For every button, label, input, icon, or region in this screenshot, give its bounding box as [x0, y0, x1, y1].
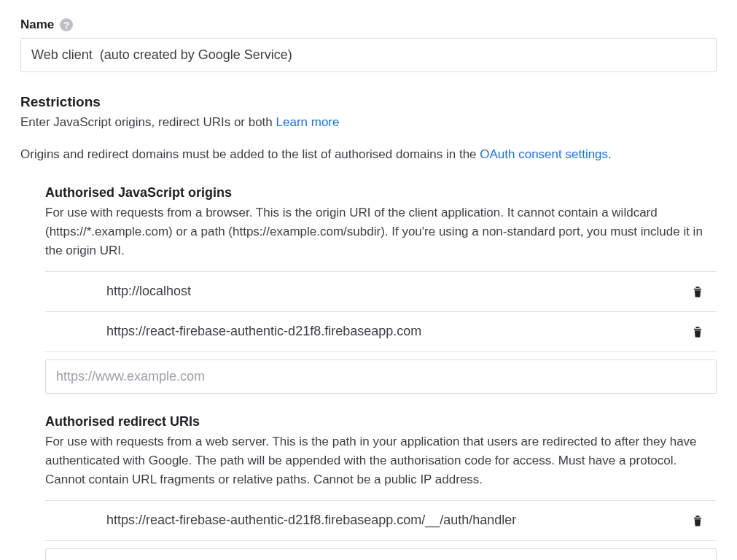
redirect-uri-row: https://react-firebase-authentic-d21f8.f…	[45, 501, 717, 541]
learn-more-link[interactable]: Learn more	[276, 115, 340, 129]
redirect-uris-list: https://react-firebase-authentic-d21f8.f…	[45, 500, 717, 541]
restrictions-help1: Enter JavaScript origins, redirect URIs …	[20, 113, 717, 132]
delete-redirect-button[interactable]	[686, 511, 709, 530]
js-origins-heading: Authorised JavaScript origins	[45, 185, 717, 201]
help-icon[interactable]: ?	[60, 18, 73, 31]
add-js-origin-input[interactable]	[45, 359, 717, 394]
delete-origin-button[interactable]	[686, 322, 709, 341]
js-origin-row: http://localhost	[45, 272, 717, 312]
name-label: Name	[20, 18, 54, 32]
js-origins-help: For use with requests from a browser. Th…	[45, 203, 717, 261]
js-origin-value: https://react-firebase-authentic-d21f8.f…	[106, 324, 421, 339]
name-input[interactable]	[20, 38, 717, 72]
redirect-uri-value: https://react-firebase-authentic-d21f8.f…	[106, 513, 516, 528]
js-origins-list: http://localhost https://react-firebase-…	[45, 271, 717, 352]
trash-icon	[690, 324, 705, 340]
delete-origin-button[interactable]	[686, 282, 709, 301]
add-redirect-uri-input[interactable]	[45, 548, 717, 560]
redirect-uris-heading: Authorised redirect URIs	[45, 414, 717, 429]
js-origin-value: http://localhost	[106, 284, 191, 299]
redirect-uris-section: Authorised redirect URIs For use with re…	[45, 414, 717, 560]
js-origins-section: Authorised JavaScript origins For use wi…	[45, 185, 717, 394]
restrictions-help2-prefix: Origins and redirect domains must be add…	[20, 147, 480, 161]
redirect-uris-help: For use with requests from a web server.…	[45, 432, 717, 490]
trash-icon	[690, 284, 705, 300]
oauth-consent-link[interactable]: OAuth consent settings	[480, 147, 608, 161]
restrictions-help2: Origins and redirect domains must be add…	[20, 145, 717, 164]
js-origin-row: https://react-firebase-authentic-d21f8.f…	[45, 312, 717, 352]
restrictions-help2-suffix: .	[608, 147, 612, 161]
trash-icon	[690, 513, 705, 529]
restrictions-heading: Restrictions	[20, 94, 717, 110]
restrictions-help1-text: Enter JavaScript origins, redirect URIs …	[20, 115, 276, 129]
